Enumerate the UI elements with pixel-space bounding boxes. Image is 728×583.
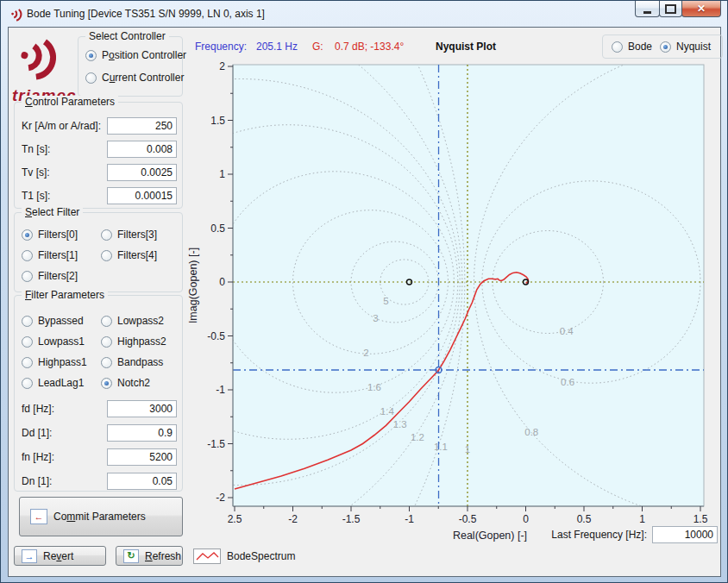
y-axis-title: Imag(Gopen) [-] <box>187 248 199 323</box>
client-area: triamec Select Controller Position Contr… <box>8 27 721 577</box>
radio-bandpass[interactable]: Bandpass <box>101 356 163 368</box>
radio-icon <box>660 41 671 53</box>
t1-input[interactable] <box>107 187 177 204</box>
tv-input[interactable] <box>107 164 177 181</box>
refresh-button[interactable]: ↻ Refresh <box>116 546 183 566</box>
fd-input[interactable] <box>107 400 177 417</box>
kr-label: Kr [A/m or A/rad]: <box>22 120 101 132</box>
radio-icon <box>612 41 623 53</box>
y-tick-label: 1.5 <box>210 115 225 127</box>
radio-label: Filters[1] <box>38 249 78 261</box>
radio-label: Nyquist <box>676 41 711 53</box>
radio-lowpass2[interactable]: Lowpass2 <box>101 315 164 327</box>
m-circle-label: 0.4 <box>560 326 574 336</box>
radio-leadlag1[interactable]: LeadLag1 <box>22 377 84 389</box>
m-circle-label: 1.3 <box>393 419 407 429</box>
commit-parameters-label: Commit Parameters <box>53 511 146 523</box>
radio-label: Filters[0] <box>38 229 78 241</box>
radio-highpass1[interactable]: Highpass1 <box>22 356 87 368</box>
fn-input[interactable] <box>107 448 177 466</box>
radio-label: Lowpass1 <box>38 335 85 348</box>
m-circle-label: 2 <box>363 348 368 358</box>
radio-icon <box>85 72 97 84</box>
last-frequency-input[interactable] <box>652 526 718 543</box>
radio-bypassed[interactable]: Bypassed <box>22 315 84 327</box>
radio-highpass2[interactable]: Highpass2 <box>101 335 166 348</box>
radio-nyquist[interactable]: Nyquist <box>660 41 711 53</box>
m-circle-label: 1.2 <box>411 432 424 442</box>
window-title: Bode Tuning [Device TS351 S/N 9999, LN 0… <box>27 8 265 20</box>
y-tick-label: -2 <box>216 492 225 504</box>
revert-arrow-icon: → <box>22 549 37 563</box>
radio-bode[interactable]: Bode <box>612 41 652 53</box>
dn-input[interactable] <box>107 473 177 490</box>
radio-lowpass1[interactable]: Lowpass1 <box>22 335 85 348</box>
radio-icon <box>101 336 112 348</box>
plot-area <box>233 65 704 506</box>
m-circle-label: 1 <box>465 444 470 454</box>
y-tick-label: -1 <box>216 384 225 396</box>
y-tick-label: -1.5 <box>207 438 225 450</box>
radio-filters-1[interactable]: Filters[1] <box>22 249 78 261</box>
radio-filters-3[interactable]: Filters[3] <box>101 229 157 241</box>
last-frequency-label: Last Frequency [Hz]: <box>492 529 647 541</box>
minimize-button[interactable] <box>635 1 660 17</box>
radio-label: Bandpass <box>117 356 163 368</box>
radio-icon <box>101 357 112 368</box>
control-parameters-title: Control Parameters <box>22 96 118 108</box>
t1-label: T1 [s]: <box>22 190 50 202</box>
control-parameters-group: Control Parameters Kr [A/m or A/rad]: Tn… <box>14 102 183 209</box>
radio-current-controller[interactable]: Current Controller <box>85 72 184 84</box>
fd-label: fd [Hz]: <box>22 403 54 415</box>
nyquist-chart[interactable]: 5321.61.41.31.21.110.80.60.42.5-2-1.5-1-… <box>183 62 723 545</box>
y-tick-label: 2 <box>219 62 225 72</box>
frequency-label: Frequency: <box>195 41 247 53</box>
x-tick-label: -0.5 <box>459 513 477 525</box>
radio-icon <box>22 336 33 348</box>
radio-label: Bode <box>628 41 652 53</box>
x-tick-label: 0.5 <box>577 513 592 525</box>
commit-parameters-button[interactable]: ← Commit Parameters <box>19 497 183 536</box>
close-button[interactable]: ✕ <box>681 1 721 17</box>
legend-line-sample <box>193 549 221 564</box>
bodespectrum-line-icon <box>195 550 219 562</box>
y-tick-label: -0.5 <box>207 330 225 342</box>
select-controller-title: Select Controller <box>85 30 169 42</box>
x-tick-label: 1.5 <box>693 513 708 525</box>
radio-label: Highpass2 <box>117 335 166 348</box>
radio-icon <box>22 378 33 389</box>
tn-input[interactable] <box>107 141 177 158</box>
legend-label: BodeSpectrum <box>227 550 295 562</box>
radio-label: Bypassed <box>38 315 84 327</box>
radio-label: Position Controller <box>102 49 186 61</box>
dd-input[interactable] <box>107 424 177 442</box>
x-tick-label: 0 <box>523 513 529 525</box>
kr-input[interactable] <box>107 117 177 135</box>
maximize-icon <box>665 4 676 14</box>
revert-button[interactable]: → Revert <box>14 546 106 566</box>
y-tick-label: 0 <box>219 276 225 288</box>
maximize-button[interactable] <box>659 1 682 17</box>
radio-icon <box>22 316 33 327</box>
y-tick-label: 1 <box>219 168 225 180</box>
minimize-icon <box>643 11 651 14</box>
gain-label: G: <box>312 41 323 53</box>
m-circle-label: 1.6 <box>367 382 381 392</box>
select-controller-group: Select Controller Position Controller Cu… <box>78 36 183 97</box>
commit-arrow-icon: ← <box>30 509 47 524</box>
radio-filters-0[interactable]: Filters[0] <box>22 229 78 241</box>
radio-filters-2[interactable]: Filters[2] <box>22 270 78 282</box>
m-circle-label: 5 <box>383 296 388 306</box>
triamec-logo: triamec <box>12 36 81 102</box>
radio-notch2[interactable]: Notch2 <box>101 377 150 389</box>
x-tick-label: -1.5 <box>342 513 361 525</box>
radio-label: Current Controller <box>102 72 184 84</box>
plot-title: Nyquist Plot <box>380 41 552 53</box>
radio-position-controller[interactable]: Position Controller <box>85 49 186 61</box>
radio-label: Filters[2] <box>38 270 78 282</box>
triamec-logo-icon <box>12 36 78 81</box>
titlebar[interactable]: Bode Tuning [Device TS351 S/N 9999, LN 0… <box>1 1 727 27</box>
radio-icon <box>22 250 33 261</box>
radio-filters-4[interactable]: Filters[4] <box>101 249 157 261</box>
app-window: Bode Tuning [Device TS351 S/N 9999, LN 0… <box>0 0 728 583</box>
